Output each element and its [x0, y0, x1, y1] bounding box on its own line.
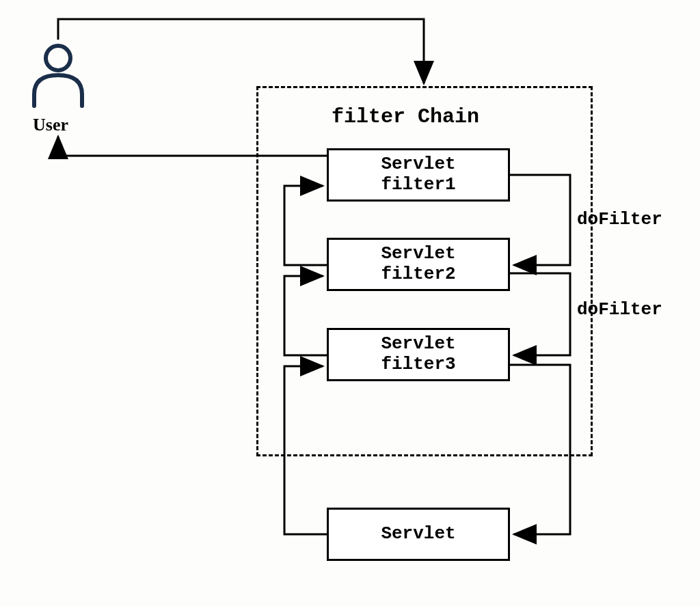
servlet-box: Servlet	[327, 508, 510, 561]
servlet-filter3-box: Servlet filter3	[327, 328, 510, 381]
servlet-filter2-box: Servlet filter2	[327, 238, 510, 291]
filter2-line1: Servlet	[381, 243, 455, 264]
do-filter-label-1: doFilter	[577, 209, 662, 230]
filter3-line2: filter3	[381, 354, 455, 374]
filter1-line1: Servlet	[381, 154, 455, 174]
servlet-label: Servlet	[381, 524, 455, 545]
filter-chain-diagram: User filter Chain Servlet filter1 Servle…	[0, 0, 700, 606]
do-filter-label-2: doFilter	[577, 299, 662, 320]
filter2-line2: filter2	[381, 264, 455, 284]
filter-chain-title: filter Chain	[332, 105, 479, 128]
user-label: User	[33, 115, 68, 135]
servlet-filter1-box: Servlet filter1	[327, 148, 510, 202]
filter3-line1: Servlet	[381, 333, 455, 354]
filter1-line2: filter1	[381, 174, 455, 195]
user-icon	[27, 41, 89, 109]
svg-point-0	[46, 46, 70, 70]
